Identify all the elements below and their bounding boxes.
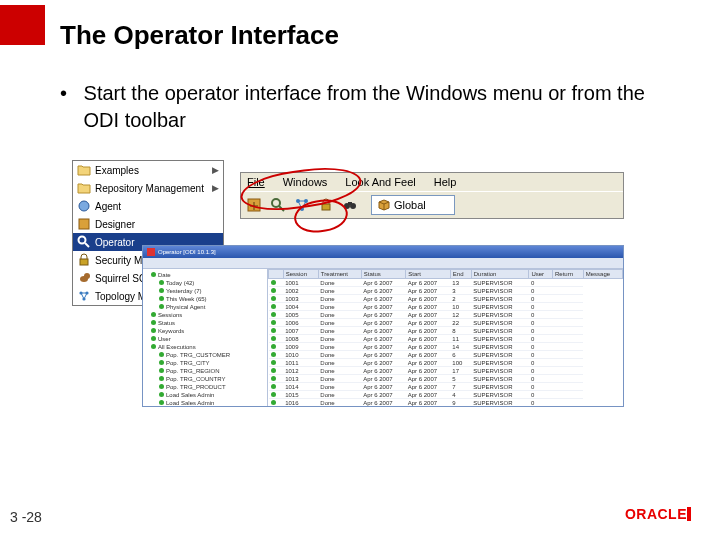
table-row[interactable]: 1016DoneApr 6 2007Apr 6 20079SUPERVISOR0: [269, 399, 623, 407]
table-row[interactable]: 1005DoneApr 6 2007Apr 6 200712SUPERVISOR…: [269, 311, 623, 319]
tree-node[interactable]: Sessions: [145, 311, 265, 319]
tree-node[interactable]: Load Sales Admin: [145, 391, 265, 399]
toolbar-security-icon[interactable]: [317, 196, 335, 214]
menu-item-label: Repository Management: [95, 183, 204, 194]
operator-titlebar-icon: [147, 248, 155, 256]
table-header[interactable]: End: [450, 270, 471, 279]
operator-screenshot: Operator [ODI 10.1.3] DateToday (42)Yest…: [142, 245, 624, 407]
folder-icon: [77, 163, 91, 177]
table-header[interactable]: [269, 270, 284, 279]
tree-node[interactable]: Date: [145, 271, 265, 279]
operator-toolbar: [143, 258, 623, 269]
folder-icon: [77, 181, 91, 195]
toolbar-binoculars-icon[interactable]: [341, 196, 359, 214]
tree-node[interactable]: Physical Agent: [145, 303, 265, 311]
table-row[interactable]: 1003DoneApr 6 2007Apr 6 20072SUPERVISOR0: [269, 295, 623, 303]
table-row[interactable]: 1013DoneApr 6 2007Apr 6 20075SUPERVISOR0: [269, 375, 623, 383]
tree-node[interactable]: User: [145, 335, 265, 343]
designer-window: File Windows Look And Feel Help Global: [240, 172, 624, 219]
menu-file[interactable]: File: [247, 176, 265, 188]
table-header[interactable]: Status: [361, 270, 406, 279]
tree-node[interactable]: Keywords: [145, 327, 265, 335]
table-row[interactable]: 1008DoneApr 6 2007Apr 6 200711SUPERVISOR…: [269, 335, 623, 343]
table-row[interactable]: 1014DoneApr 6 2007Apr 6 20077SUPERVISOR0: [269, 383, 623, 391]
table-row[interactable]: 1015DoneApr 6 2007Apr 6 20074SUPERVISOR0: [269, 391, 623, 399]
svg-point-6: [84, 273, 90, 279]
start-menu-item-agent[interactable]: Agent: [73, 197, 223, 215]
lock-icon: [77, 253, 91, 267]
context-value: Global: [394, 199, 426, 211]
tree-node[interactable]: Pop. TRG_CITY: [145, 359, 265, 367]
operator-titlebar: Operator [ODI 10.1.3]: [143, 246, 623, 258]
designer-icon: [77, 217, 91, 231]
tree-node[interactable]: This Week (65): [145, 295, 265, 303]
menu-item-label: Designer: [95, 219, 135, 230]
tree-node[interactable]: Status: [145, 319, 265, 327]
tree-node[interactable]: Pop. TRG_COUNTRY: [145, 375, 265, 383]
submenu-arrow-icon: ▶: [212, 183, 219, 193]
tree-node[interactable]: Pop. TRG_PRODUCT: [145, 383, 265, 391]
tree-node[interactable]: Yesterday (7): [145, 287, 265, 295]
tree-node[interactable]: Pop. TRG_CUSTOMER: [145, 351, 265, 359]
menu-help[interactable]: Help: [434, 176, 457, 188]
illustration-group: Examples▶Repository Management▶AgentDesi…: [72, 160, 622, 410]
menu-windows[interactable]: Windows: [283, 176, 328, 188]
toolbar-context-field[interactable]: Global: [371, 195, 455, 215]
svg-rect-4: [80, 259, 88, 265]
agent-icon: [77, 199, 91, 213]
bullet-list: • Start the operator interface from the …: [60, 80, 680, 134]
svg-rect-1: [79, 219, 89, 229]
table-row[interactable]: 1010DoneApr 6 2007Apr 6 20076SUPERVISOR0: [269, 351, 623, 359]
svg-line-12: [279, 206, 284, 211]
topology-icon: [77, 289, 91, 303]
table-header[interactable]: Return: [553, 270, 584, 279]
svg-point-0: [79, 201, 89, 211]
operator-tree[interactable]: DateToday (42)Yesterday (7)This Week (65…: [143, 269, 268, 407]
table-row[interactable]: 1012DoneApr 6 2007Apr 6 200717SUPERVISOR…: [269, 367, 623, 375]
svg-point-2: [79, 237, 86, 244]
operator-table[interactable]: SessionTreatmentStatusStartEndDurationUs…: [268, 269, 623, 407]
start-menu-item-designer[interactable]: Designer: [73, 215, 223, 233]
tree-node[interactable]: Load Sales Admin: [145, 399, 265, 407]
table-header[interactable]: Treatment: [318, 270, 361, 279]
table-row[interactable]: 1009DoneApr 6 2007Apr 6 200714SUPERVISOR…: [269, 343, 623, 351]
start-menu-item-examples[interactable]: Examples▶: [73, 161, 223, 179]
tree-node[interactable]: Pop. TRG_REGION: [145, 367, 265, 375]
table-row[interactable]: 1006DoneApr 6 2007Apr 6 200722SUPERVISOR…: [269, 319, 623, 327]
operator-icon: [77, 235, 91, 249]
operator-title: Operator [ODI 10.1.3]: [158, 249, 216, 255]
menu-item-label: Examples: [95, 165, 139, 176]
svg-rect-19: [348, 202, 352, 205]
corner-accent: [0, 5, 45, 45]
table-header[interactable]: Message: [583, 270, 622, 279]
tree-node[interactable]: Today (42): [145, 279, 265, 287]
svg-line-3: [85, 243, 89, 247]
table-header[interactable]: Start: [406, 270, 451, 279]
start-menu-item-repository-management[interactable]: Repository Management▶: [73, 179, 223, 197]
cube-icon: [378, 199, 390, 211]
table-row[interactable]: 1002DoneApr 6 2007Apr 6 20073SUPERVISOR0: [269, 287, 623, 295]
oracle-logo: ORACLE: [625, 506, 692, 522]
tree-node[interactable]: All Executions: [145, 343, 265, 351]
svg-rect-16: [322, 204, 330, 210]
bullet-marker: •: [60, 80, 78, 107]
table-header[interactable]: User: [529, 270, 553, 279]
designer-toolbar: Global: [241, 191, 623, 218]
table-row[interactable]: 1011DoneApr 6 2007Apr 6 2007100SUPERVISO…: [269, 359, 623, 367]
table-header[interactable]: Duration: [471, 270, 529, 279]
table-header[interactable]: Session: [283, 270, 318, 279]
table-row[interactable]: 1007DoneApr 6 2007Apr 6 20078SUPERVISOR0: [269, 327, 623, 335]
table-row[interactable]: 1004DoneApr 6 2007Apr 6 200710SUPERVISOR…: [269, 303, 623, 311]
squirrel-icon: [77, 271, 91, 285]
menu-item-label: Agent: [95, 201, 121, 212]
bullet-text: Start the operator interface from the Wi…: [84, 80, 664, 134]
toolbar-topology-icon[interactable]: [293, 196, 311, 214]
table-row[interactable]: 1001DoneApr 6 2007Apr 6 200713SUPERVISOR…: [269, 279, 623, 287]
designer-menubar: File Windows Look And Feel Help: [241, 173, 623, 191]
footer: 3 -28 ORACLE: [0, 510, 720, 540]
slide-title: The Operator Interface: [60, 20, 339, 51]
svg-point-11: [272, 199, 280, 207]
toolbar-operator-icon[interactable]: [269, 196, 287, 214]
menu-look-and-feel[interactable]: Look And Feel: [345, 176, 415, 188]
toolbar-designer-icon[interactable]: [245, 196, 263, 214]
